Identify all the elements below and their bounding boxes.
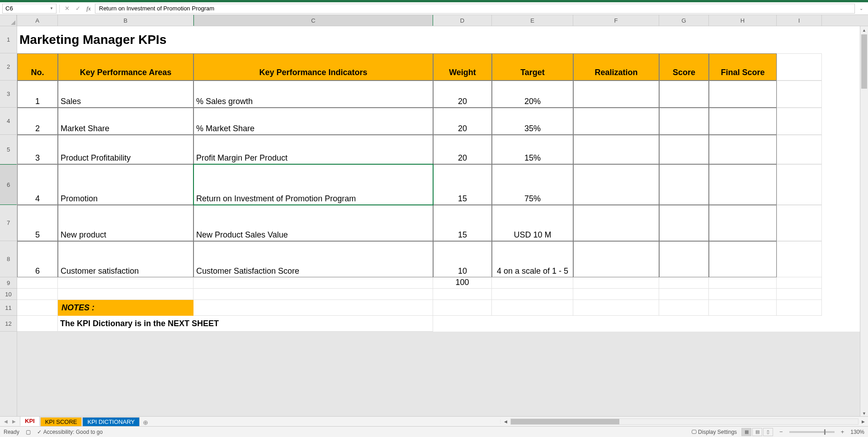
cell-B3[interactable]: Sales [58, 81, 193, 108]
cell-H7[interactable] [709, 205, 777, 241]
cell-I9[interactable] [777, 277, 822, 289]
cell-A10[interactable] [17, 289, 58, 300]
cell-D3[interactable]: 20 [433, 81, 492, 108]
cell-I7[interactable] [777, 205, 822, 241]
cell-A5[interactable]: 3 [17, 135, 58, 164]
tab-nav-prev-icon[interactable]: ◀ [3, 419, 9, 424]
cell-G10[interactable] [659, 289, 709, 300]
cell-C5[interactable]: Profit Margin Per Product [193, 135, 433, 164]
cell-D4[interactable]: 20 [433, 108, 492, 135]
row-header-4[interactable]: 4 [0, 108, 17, 135]
cell-G7[interactable] [659, 205, 709, 241]
cell-G9[interactable] [659, 277, 709, 289]
cell-C7[interactable]: New Product Sales Value [193, 205, 433, 241]
cell-G6[interactable] [659, 164, 709, 205]
zoom-level[interactable]: 130% [850, 429, 864, 435]
zoom-in-icon[interactable]: + [839, 428, 846, 435]
hscroll-track[interactable] [510, 418, 859, 425]
cancel-icon[interactable]: ✕ [62, 4, 71, 13]
vertical-scrollbar[interactable]: ▲ ▼ [860, 26, 868, 418]
cell-F6[interactable] [573, 164, 659, 205]
cell-E11[interactable] [492, 300, 573, 316]
cell-D5[interactable]: 20 [433, 135, 492, 164]
cell-I3[interactable] [777, 81, 822, 108]
cell-A9[interactable] [17, 277, 58, 289]
name-box-dropdown-icon[interactable]: ▼ [50, 6, 53, 10]
accessibility-status[interactable]: ✓ Accessibility: Good to go [37, 429, 103, 435]
tab-nav-next-icon[interactable]: ▶ [11, 419, 17, 424]
header-no[interactable]: No. [17, 53, 58, 81]
cell-H11[interactable] [709, 300, 777, 316]
hscroll-divider[interactable]: ⋮ [498, 417, 503, 426]
sheet-tab-kpi-score[interactable]: KPI SCORE [40, 417, 82, 426]
cell-I4[interactable] [777, 108, 822, 135]
cell-B5[interactable]: Product Profitability [58, 135, 193, 164]
cell-F8[interactable] [573, 241, 659, 277]
add-sheet-icon[interactable]: ⊕ [140, 419, 149, 426]
name-box[interactable]: C6 ▼ [2, 4, 57, 14]
view-page-break-icon[interactable]: ▯ [763, 428, 773, 436]
header-target[interactable]: Target [492, 53, 573, 81]
cell-G5[interactable] [659, 135, 709, 164]
cell-F11[interactable] [573, 300, 659, 316]
cell-A7[interactable]: 5 [17, 205, 58, 241]
row-header-12[interactable]: 12 [0, 316, 17, 332]
cell-C6[interactable]: Return on Investment of Promotion Progra… [193, 164, 433, 205]
header-kpa[interactable]: Key Performance Areas [58, 53, 193, 81]
cell-B4[interactable]: Market Share [58, 108, 193, 135]
row-header-11[interactable]: 11 [0, 300, 17, 316]
cell-C3[interactable]: % Sales growth [193, 81, 433, 108]
header-kpi[interactable]: Key Performance Indicators [193, 53, 433, 81]
sheet-tab-kpi[interactable]: KPI [20, 416, 40, 426]
sheet-tab-kpi-dictionary[interactable]: KPI DICTIONARY [82, 417, 140, 426]
cell-D6[interactable]: 15 [433, 164, 492, 205]
col-header-G[interactable]: G [659, 15, 709, 26]
col-header-B[interactable]: B [58, 15, 193, 26]
cell-A8[interactable]: 6 [17, 241, 58, 277]
cell-I8[interactable] [777, 241, 822, 277]
cell-I2[interactable] [777, 53, 822, 81]
col-header-C[interactable]: C [193, 15, 433, 26]
display-settings-button[interactable]: 🖵 Display Settings [691, 429, 737, 435]
row-header-9[interactable]: 9 [0, 277, 17, 289]
col-header-H[interactable]: H [709, 15, 777, 26]
cell-B10[interactable] [58, 289, 193, 300]
cell-G4[interactable] [659, 108, 709, 135]
cell-H10[interactable] [709, 289, 777, 300]
cell-A4[interactable]: 2 [17, 108, 58, 135]
cell-D11[interactable] [433, 300, 492, 316]
hscroll-thumb[interactable] [511, 419, 619, 424]
cell-F9[interactable] [573, 277, 659, 289]
row-header-7[interactable]: 7 [0, 205, 17, 241]
cell-D7[interactable]: 15 [433, 205, 492, 241]
header-realization[interactable]: Realization [573, 53, 659, 81]
select-all-corner[interactable] [0, 15, 17, 26]
enter-icon[interactable]: ✓ [73, 4, 82, 13]
cell-F10[interactable] [573, 289, 659, 300]
header-weight[interactable]: Weight [433, 53, 492, 81]
cell-E9[interactable] [492, 277, 573, 289]
zoom-out-icon[interactable]: − [778, 428, 785, 435]
cell-D8[interactable]: 10 [433, 241, 492, 277]
col-header-E[interactable]: E [492, 15, 573, 26]
col-header-F[interactable]: F [573, 15, 659, 26]
cell-E5[interactable]: 15% [492, 135, 573, 164]
cell-H3[interactable] [709, 81, 777, 108]
scroll-left-icon[interactable]: ◀ [503, 419, 509, 424]
fx-icon[interactable]: fx [84, 4, 93, 13]
cell-G11[interactable] [659, 300, 709, 316]
cell-G8[interactable] [659, 241, 709, 277]
scroll-up-icon[interactable]: ▲ [860, 26, 868, 34]
cell-C10[interactable] [193, 289, 433, 300]
cell-C9[interactable] [193, 277, 433, 289]
cell-I10[interactable] [777, 289, 822, 300]
cell-B12-note-text[interactable]: The KPI Dictionary is in the NEXT SHEET [58, 316, 433, 332]
header-score[interactable]: Score [659, 53, 709, 81]
cell-C11[interactable] [193, 300, 433, 316]
cell-C8[interactable]: Customer Satisfaction Score [193, 241, 433, 277]
formula-input[interactable]: Return on Investment of Promotion Progra… [95, 4, 855, 14]
cell-A11[interactable] [17, 300, 58, 316]
cell-E4[interactable]: 35% [492, 108, 573, 135]
row-header-8[interactable]: 8 [0, 241, 17, 277]
row-header-6[interactable]: 6 [0, 164, 17, 205]
